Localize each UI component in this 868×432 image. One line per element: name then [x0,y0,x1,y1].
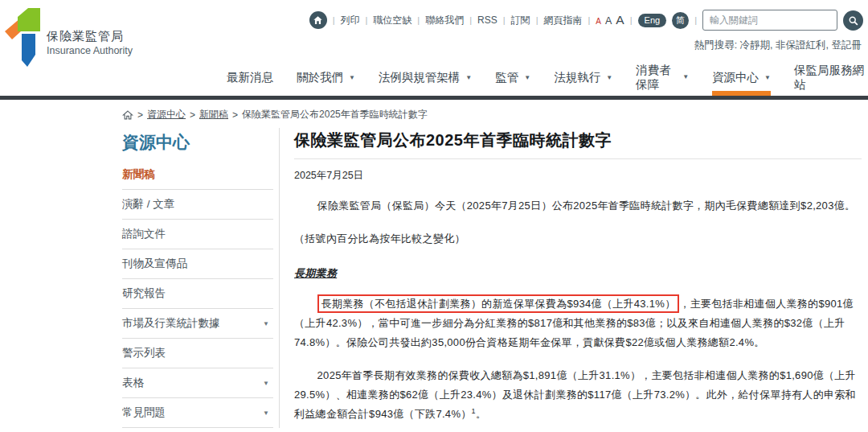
sidebar-item-表格[interactable]: 表格▼ [122,368,273,398]
font-size-controls: A A A [596,13,624,27]
breadcrumb-link[interactable]: 新聞稿 [199,108,228,121]
nav-item-label: 資源中心 [712,70,759,85]
sidebar-item-label: 刊物及宣傳品 [122,257,187,271]
nav-item-監管[interactable]: 監管▼ [495,64,530,96]
utility-link[interactable]: 聯絡我們 [425,14,464,27]
paragraph-note: （括號內百分比為按年比較之變化） [294,229,862,249]
utility-link[interactable]: 職位空缺 [373,14,411,27]
chevron-down-icon: ▼ [263,380,272,387]
chevron-down-icon: ▼ [263,409,272,417]
chevron-down-icon: ▼ [764,74,771,81]
chevron-down-icon: ▼ [349,74,355,81]
chevron-down-icon: ▼ [524,74,530,81]
breadcrumb-separator: > [137,109,143,121]
sidebar-item-label: 警示列表 [122,346,166,360]
paragraph-inforce-period: 。 [476,409,486,421]
separator: | [469,15,472,25]
chevron-down-icon: ▼ [606,74,612,81]
separator: | [366,15,368,25]
chevron-down-icon: ▼ [682,73,689,81]
separator: | [417,15,420,25]
search-icon[interactable] [843,10,863,31]
nav-item-法例與規管架構[interactable]: 法例與規管架構▼ [379,64,472,96]
utility-link[interactable]: 訂閱 [511,14,530,27]
article: 保險業監管局公布2025年首季臨時統計數字 2025年7月25日 保險業監管局（… [279,128,868,428]
separator: | [630,15,633,25]
sidebar-item-刊物及宣傳品[interactable]: 刊物及宣傳品 [122,249,273,279]
sidebar-item-演辭 / 文章[interactable]: 演辭 / 文章 [122,190,273,220]
sidebar-item-label: 市場及行業統計數據 [122,316,220,331]
home-icon[interactable] [309,11,327,29]
site-header: 保險業監管局 Insurance Authority | 列印|職位空缺|聯絡我… [0,0,868,96]
paragraph-inforce-text: 2025年首季長期有效業務的保費收入總額為$1,891億（上升31.1%），主要… [294,369,856,420]
language-simplified-button[interactable]: 简 [672,12,689,29]
utility-link[interactable]: 網頁指南 [543,14,582,27]
nav-item-label: 最新消息 [227,70,273,85]
logo-mark-icon [3,6,40,68]
utility-link[interactable]: 列印 [341,14,360,27]
nav-item-資源中心[interactable]: 資源中心▼ [712,64,771,96]
page-title: 保險業監管局公布2025年首季臨時統計數字 [294,130,862,159]
separator: | [694,15,697,25]
sidebar-item-label: 諮詢文件 [122,227,166,241]
nav-item-消費者保障[interactable]: 消費者保障▼ [636,64,689,96]
hot-search-text: 熱門搜尋: 冷靜期, 非保證紅利, 登記冊 [694,39,862,52]
logo-text: 保險業監管局 Insurance Authority [47,29,133,68]
language-english-button[interactable]: Eng [638,14,667,27]
font-size-large-button[interactable]: A [616,13,624,27]
search-input[interactable] [702,10,837,31]
chevron-down-icon: ▼ [465,74,472,81]
sidebar-menu: 新聞稿演辭 / 文章諮詢文件刊物及宣傳品研究報告市場及行業統計數據▼警示列表表格… [122,160,273,432]
sidebar-item-相關網址[interactable]: 相關網址 [122,428,273,432]
insurance-authority-logo[interactable]: 保險業監管局 Insurance Authority [3,6,133,68]
sidebar-item-label: 常見問題 [122,405,166,420]
paragraph-summary: 保險業監管局（保監局）今天（2025年7月25日）公布2025年首季臨時統計數字… [294,196,862,216]
main-nav: 最新消息關於我們▼法例與規管架構▼監管▼法規執行▼消費者保障▼資源中心▼保監局服… [227,64,868,96]
sidebar-item-研究報告[interactable]: 研究報告 [122,279,273,309]
nav-item-label: 法規執行 [554,70,600,85]
paragraph-new-business: 長期業務（不包括退休計劃業務）的新造保單保費為$934億（上升43.1%），主要… [294,294,862,352]
nav-item-保監局服務網站[interactable]: 保監局服務網站 [794,64,866,96]
font-size-medium-button[interactable]: A [605,15,612,27]
section-heading-long-term-business: 長期業務 [294,266,862,281]
utility-bar: | 列印|職位空缺|聯絡我們|RSS|訂閱|網頁指南| A A A | Eng … [309,10,863,31]
article-date: 2025年7月25日 [294,169,862,183]
utility-link[interactable]: RSS [477,14,497,26]
breadcrumb-separator: > [232,109,238,121]
separator: | [333,15,335,25]
sidebar-item-警示列表[interactable]: 警示列表 [122,339,273,368]
content-area: 資源中心 新聞稿演辭 / 文章諮詢文件刊物及宣傳品研究報告市場及行業統計數據▼警… [122,128,868,428]
sidebar-item-常見問題[interactable]: 常見問題▼ [122,398,273,428]
sidebar-item-label: 演辭 / 文章 [122,197,174,212]
separator: | [503,15,506,25]
brand-name-en: Insurance Authority [47,45,133,56]
sidebar-item-市場及行業統計數據[interactable]: 市場及行業統計數據▼ [122,309,273,339]
utility-links: 列印|職位空缺|聯絡我們|RSS|訂閱|網頁指南| [341,14,591,27]
sidebar-item-label: 新聞稿 [122,167,155,182]
separator: | [588,15,590,25]
sidebar-item-label: 研究報告 [122,286,166,301]
breadcrumb-home-icon[interactable] [122,109,133,121]
nav-item-label: 關於我們 [297,70,343,85]
brand-name-zh: 保險業監管局 [47,29,133,44]
nav-item-label: 保監局服務網站 [794,63,866,92]
breadcrumb: >資源中心>新聞稿>保險業監管局公布2025年首季臨時統計數字 [122,100,868,125]
breadcrumb-link[interactable]: 資源中心 [147,108,186,121]
breadcrumb-current: 保險業監管局公布2025年首季臨時統計數字 [242,108,428,121]
sidebar-title: 資源中心 [122,131,273,154]
highlighted-statistic: 長期業務（不包括退休計劃業務）的新造保單保費為$934億（上升43.1%） [317,294,680,313]
sidebar-item-諮詢文件[interactable]: 諮詢文件 [122,220,273,249]
nav-item-最新消息[interactable]: 最新消息 [227,64,273,96]
font-size-small-button[interactable]: A [596,17,601,26]
breadcrumb-separator: > [190,109,195,121]
chevron-down-icon: ▼ [263,320,272,327]
sidebar: 資源中心 新聞稿演辭 / 文章諮詢文件刊物及宣傳品研究報告市場及行業統計數據▼警… [122,128,273,428]
nav-item-label: 監管 [495,70,518,85]
sidebar-item-新聞稿[interactable]: 新聞稿 [122,160,273,190]
nav-item-法規執行[interactable]: 法規執行▼ [554,64,612,96]
separator: | [536,15,538,25]
sidebar-item-label: 表格 [122,376,144,390]
nav-item-關於我們[interactable]: 關於我們▼ [297,64,355,96]
nav-item-label: 法例與規管架構 [379,70,461,85]
nav-item-label: 消費者保障 [636,63,677,92]
